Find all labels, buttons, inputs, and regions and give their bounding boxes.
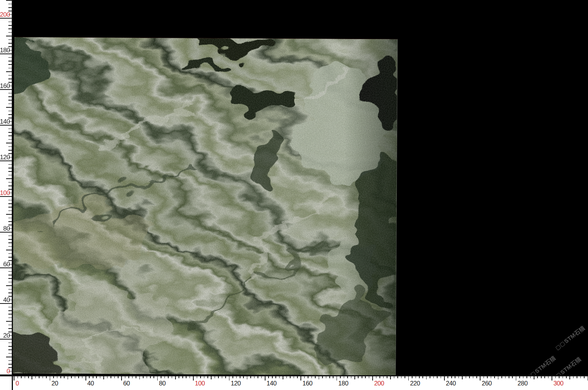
watermark-text: STM石猫 bbox=[563, 324, 587, 345]
ruler-tick-horizontal bbox=[473, 376, 474, 379]
ruler-tick-horizontal bbox=[383, 376, 384, 379]
ruler-tick-horizontal bbox=[164, 376, 165, 379]
ruler-tick-horizontal bbox=[552, 376, 552, 381]
ruler-tick-horizontal bbox=[422, 376, 423, 379]
ruler-tick-horizontal bbox=[559, 376, 560, 379]
ruler-tick-horizontal bbox=[211, 376, 212, 379]
ruler-tick-horizontal bbox=[35, 376, 36, 379]
ruler-label-vertical: 140 bbox=[0, 118, 10, 125]
ruler-tick-vertical bbox=[8, 100, 12, 101]
ruler-tick-horizontal bbox=[297, 376, 298, 379]
ruler-tick-horizontal bbox=[487, 376, 488, 379]
ruler-tick-vertical bbox=[8, 292, 12, 293]
ruler-tick-horizontal bbox=[103, 376, 104, 379]
ruler-tick-horizontal bbox=[14, 376, 14, 381]
ruler-tick-horizontal bbox=[519, 376, 520, 379]
ruler-tick-vertical bbox=[8, 25, 12, 26]
ruler-tick-horizontal bbox=[433, 376, 434, 379]
ruler-label-horizontal: 220 bbox=[410, 380, 420, 387]
ruler-tick-vertical bbox=[8, 307, 12, 308]
ruler-tick-horizontal bbox=[480, 376, 481, 381]
ruler-tick-horizontal bbox=[458, 376, 459, 379]
ruler-tick-vertical bbox=[8, 164, 12, 165]
ruler-tick-horizontal bbox=[254, 376, 255, 379]
ruler-tick-horizontal bbox=[57, 376, 58, 379]
ruler-tick-vertical bbox=[8, 207, 12, 208]
ruler-tick-horizontal bbox=[89, 376, 90, 379]
ruler-tick-horizontal bbox=[322, 376, 323, 379]
ruler-tick-horizontal bbox=[563, 376, 563, 379]
ruler-tick-horizontal bbox=[43, 376, 43, 379]
marble-texture bbox=[13, 37, 397, 376]
ruler-tick-vertical bbox=[6, 107, 12, 108]
ruler-tick-horizontal bbox=[451, 376, 452, 379]
ruler-tick-horizontal bbox=[96, 376, 97, 379]
ruler-tick-horizontal bbox=[541, 376, 542, 379]
ruler-tick-vertical bbox=[8, 104, 12, 104]
ruler-tick-vertical bbox=[6, 285, 12, 286]
ruler-tick-horizontal bbox=[308, 376, 308, 379]
ruler-tick-horizontal bbox=[369, 376, 370, 379]
ruler-tick-vertical bbox=[6, 357, 12, 357]
ruler-label-horizontal: 40 bbox=[87, 380, 94, 387]
ruler-tick-horizontal bbox=[484, 376, 484, 379]
ruler-tick-vertical bbox=[6, 143, 12, 143]
watermark: STM石猫 bbox=[555, 324, 587, 352]
ruler-tick-horizontal bbox=[447, 376, 448, 379]
ruler-tick-horizontal bbox=[526, 376, 527, 379]
ruler-tick-horizontal bbox=[190, 376, 190, 379]
ruler-label-horizontal: 20 bbox=[51, 380, 58, 387]
ruler-tick-vertical bbox=[6, 214, 12, 215]
ruler-tick-horizontal bbox=[272, 376, 273, 379]
ruler-tick-horizontal bbox=[200, 376, 201, 379]
ruler-tick-vertical bbox=[8, 175, 12, 176]
ruler-tick-vertical bbox=[8, 68, 12, 69]
ruler-tick-vertical bbox=[8, 186, 12, 186]
ruler-tick-horizontal bbox=[118, 376, 119, 379]
ruler-tick-horizontal bbox=[387, 376, 387, 379]
ruler-label-vertical: 120 bbox=[0, 154, 10, 161]
ruler-tick-vertical bbox=[8, 289, 12, 290]
ruler-tick-vertical bbox=[8, 182, 12, 183]
ruler-tick-horizontal bbox=[347, 376, 348, 379]
ruler-tick-horizontal bbox=[516, 376, 517, 381]
ruler-tick-horizontal bbox=[275, 376, 276, 379]
ruler-label-horizontal: 120 bbox=[231, 380, 240, 387]
ruler-tick-horizontal bbox=[340, 376, 341, 379]
ruler-tick-horizontal bbox=[577, 376, 577, 379]
ruler-tick-vertical bbox=[8, 57, 12, 58]
ruler-tick-horizontal bbox=[68, 376, 68, 379]
ruler-tick-horizontal bbox=[143, 376, 144, 379]
ruler-tick-horizontal bbox=[139, 376, 140, 379]
ruler-tick-horizontal bbox=[365, 376, 366, 379]
ruler-tick-horizontal bbox=[93, 376, 93, 379]
ruler-tick-horizontal bbox=[258, 376, 258, 379]
ruler-tick-horizontal bbox=[172, 376, 172, 379]
ruler-tick-vertical bbox=[8, 61, 12, 61]
ruler-vertical: 020406080100120140160180200 bbox=[0, 0, 12, 375]
ruler-tick-horizontal bbox=[430, 376, 430, 379]
ruler-tick-horizontal bbox=[46, 376, 47, 379]
ruler-label-vertical: 200 bbox=[0, 11, 10, 18]
ruler-tick-horizontal bbox=[333, 376, 334, 379]
ruler-label-horizontal: 260 bbox=[482, 380, 492, 387]
ruler-tick-vertical bbox=[6, 36, 12, 36]
watermark-logo-icon bbox=[560, 341, 565, 347]
ruler-tick-horizontal bbox=[53, 376, 54, 379]
ruler-label-vertical: 180 bbox=[0, 47, 10, 54]
ruler-tick-vertical bbox=[8, 168, 12, 168]
ruler-tick-horizontal bbox=[329, 376, 330, 379]
ruler-tick-horizontal bbox=[498, 376, 499, 379]
ruler-tick-horizontal bbox=[548, 376, 549, 379]
ruler-tick-horizontal bbox=[294, 376, 294, 379]
ruler-tick-vertical bbox=[8, 253, 12, 254]
ruler-tick-vertical bbox=[6, 0, 12, 1]
ruler-tick-horizontal bbox=[354, 376, 355, 379]
ruler-tick-horizontal bbox=[175, 376, 176, 379]
ruler-tick-horizontal bbox=[405, 376, 405, 379]
ruler-tick-horizontal bbox=[265, 376, 266, 381]
ruler-tick-horizontal bbox=[193, 376, 194, 381]
ruler-tick-vertical bbox=[8, 325, 12, 326]
ruler-tick-vertical bbox=[8, 111, 12, 112]
ruler-tick-vertical bbox=[8, 318, 12, 318]
